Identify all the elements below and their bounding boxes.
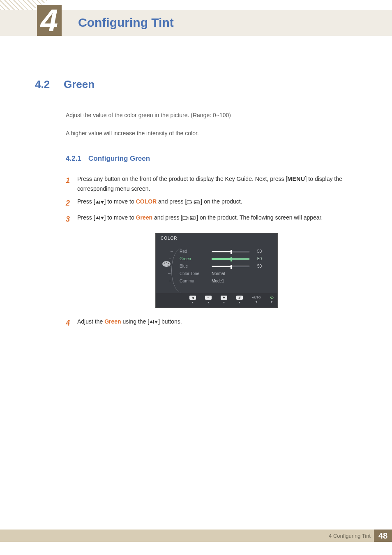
svg-marker-8	[96, 216, 99, 219]
steps-list-cont: 4 Adjust the Green using the [] buttons.	[66, 317, 367, 330]
svg-marker-15	[191, 217, 192, 219]
step-3-text-b: ] to move to	[104, 214, 136, 221]
footer-text: 4 Configuring Tint	[329, 533, 374, 539]
svg-rect-13	[189, 217, 189, 220]
svg-rect-3	[187, 201, 191, 204]
step-number: 3	[66, 213, 77, 226]
steps-list: 1 Press any button on the front of the p…	[66, 174, 367, 226]
svg-marker-10	[101, 217, 104, 220]
step-4-text-b: using the [	[121, 318, 150, 325]
osd-option-value: Mode1	[212, 279, 224, 283]
osd-row-blue: Blue 50	[180, 263, 272, 270]
osd-row-colortone: Color Tone Normal	[180, 270, 272, 278]
osd-label: Red	[180, 249, 212, 254]
subsection-number: 4.2.1	[66, 155, 88, 163]
step-1-text-a: Press any button on the front of the pro…	[77, 176, 287, 182]
osd-slider	[212, 258, 249, 260]
svg-rect-11	[183, 216, 187, 220]
up-down-icon	[95, 215, 104, 220]
step-2-text-a: Press [	[77, 198, 95, 205]
step-1: 1 Press any button on the front of the p…	[66, 174, 367, 194]
osd-tick	[169, 281, 171, 281]
green-label: Green	[136, 214, 152, 221]
osd-label: Gamma	[180, 279, 212, 283]
step-2-text-c: and press [	[157, 198, 187, 205]
osd-value: 50	[249, 249, 262, 254]
section-heading: 4.2Green	[35, 78, 367, 91]
osd-label: Green	[180, 257, 212, 261]
svg-rect-1	[99, 201, 100, 204]
osd-tick	[169, 259, 171, 259]
subsection-title: Configuring Green	[88, 155, 150, 162]
footer-band: 4 Configuring Tint 48	[0, 530, 392, 542]
osd-row-red: Red 50	[180, 248, 272, 255]
svg-rect-9	[99, 216, 100, 220]
step-2-text-b: ] to move to	[104, 198, 136, 205]
svg-marker-4	[191, 201, 192, 203]
step-number: 2	[66, 197, 77, 210]
minus-icon: −▾	[205, 296, 212, 304]
osd-label: Color Tone	[180, 271, 212, 276]
back-icon: ◄▾	[189, 296, 196, 304]
green-label: Green	[104, 318, 121, 325]
svg-rect-14	[190, 216, 195, 220]
svg-marker-2	[101, 201, 104, 204]
palette-icon	[161, 260, 171, 268]
osd-slider	[212, 251, 249, 252]
section-number: 4.2	[35, 78, 64, 91]
plus-icon: +▾	[221, 296, 227, 304]
step-4-text-a: Adjust the	[77, 318, 104, 325]
step-3-text-a: Press [	[77, 214, 95, 221]
osd-row-green: Green 50	[180, 255, 272, 263]
step-4: 4 Adjust the Green using the [] buttons.	[66, 317, 367, 330]
step-3-text-c: and press [	[152, 214, 182, 221]
svg-rect-6	[194, 201, 199, 204]
step-4-text-c: ] buttons.	[158, 318, 182, 325]
section-title: Green	[64, 78, 95, 90]
auto-icon: AUTO▾	[252, 296, 261, 304]
intro-p2: A higher value will increase the intensi…	[66, 129, 367, 138]
subsection-heading: 4.2.1Configuring Green	[66, 155, 367, 163]
chapter-title: Configuring Tint	[78, 16, 174, 30]
osd-slider	[212, 266, 249, 267]
svg-point-19	[168, 263, 169, 264]
svg-marker-22	[154, 321, 158, 324]
source-enter-icon	[187, 200, 201, 205]
osd-footer: ◄▾ −▾ +▾ ↲▾ AUTO▾ ⏻▾	[156, 293, 277, 308]
power-icon: ⏻▾	[270, 296, 273, 304]
up-down-icon	[95, 200, 104, 205]
enter-icon: ↲▾	[236, 296, 243, 304]
chapter-number-box: 4	[37, 5, 62, 36]
svg-marker-20	[150, 320, 153, 323]
intro-block: Adjust the value of the color green in t…	[66, 111, 367, 138]
step-3: 3 Press [] to move to Green and press []…	[66, 213, 367, 226]
osd-value: 50	[249, 264, 262, 268]
svg-marker-7	[195, 202, 196, 204]
source-enter-icon	[182, 215, 196, 220]
svg-point-18	[166, 261, 167, 263]
color-label: COLOR	[136, 198, 157, 205]
osd-title: COLOR	[156, 234, 277, 242]
intro-p1: Adjust the value of the color green in t…	[66, 111, 367, 120]
svg-point-17	[164, 262, 165, 264]
osd-value: 50	[249, 257, 262, 261]
osd-option-value: Normal	[212, 271, 225, 276]
svg-marker-12	[187, 217, 188, 219]
step-2: 2 Press [] to move to COLOR and press []…	[66, 197, 367, 210]
svg-rect-21	[153, 320, 154, 324]
svg-marker-0	[96, 201, 99, 204]
menu-label: MENU	[287, 176, 305, 182]
svg-rect-5	[193, 201, 193, 204]
osd-panel: COLOR Red	[155, 233, 278, 308]
up-down-icon	[149, 319, 158, 324]
osd-tick	[171, 251, 173, 252]
osd-row-gamma: Gamma Mode1	[180, 278, 272, 285]
step-number: 1	[66, 174, 77, 194]
step-3-text-d: ] on the product. The following screen w…	[196, 214, 323, 221]
step-2-text-d: ] on the product.	[201, 198, 242, 205]
osd-tick	[168, 273, 171, 274]
osd-label: Blue	[180, 264, 212, 268]
footer-page-number: 48	[374, 530, 392, 542]
step-number: 4	[66, 317, 77, 330]
